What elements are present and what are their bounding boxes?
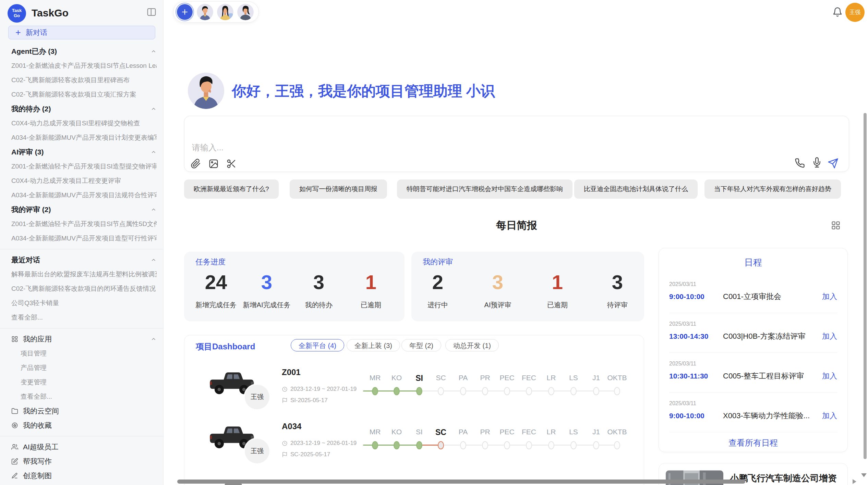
section-ai-review[interactable]: AI评审 (3) xyxy=(0,145,164,159)
agent-avatar-2[interactable] xyxy=(217,4,233,20)
chevron-up-icon[interactable] xyxy=(150,106,157,112)
my-cloud-space[interactable]: 我的云空间 xyxy=(0,404,164,418)
sidebar-item[interactable]: A034-全新新能源MUV产品开发项目计划变更表编写 xyxy=(0,130,164,145)
scroll-right-arrow-icon[interactable] xyxy=(853,479,856,484)
schedule-item[interactable]: 2025/03/11 10:30-11:30 C005-整车工程目标评审 加入 xyxy=(669,361,837,392)
suggestion-chip[interactable]: 欧洲新规最近颁布了什么? xyxy=(184,179,279,199)
schedule-item[interactable]: 2025/03/11 13:00-14:30 C003|H0B-方案冻结评审 加… xyxy=(669,321,837,352)
vertical-scrollbar[interactable] xyxy=(864,113,867,459)
milestone-dot-ls[interactable] xyxy=(570,387,577,395)
milestone-dot-mr[interactable] xyxy=(372,441,378,449)
agent-avatar-3[interactable] xyxy=(237,4,254,20)
recent-chat-item[interactable]: C02-飞腾新能源轻客改款项目的闭环通告反馈情况 xyxy=(0,282,164,296)
milestone-dot-fec[interactable] xyxy=(526,441,532,449)
section-my-apps[interactable]: 我的应用 xyxy=(0,332,164,346)
join-button[interactable]: 加入 xyxy=(822,331,837,341)
milestone-dot-lr[interactable] xyxy=(548,441,554,449)
tab-powertrain[interactable]: 动总开发 (1) xyxy=(445,339,499,351)
join-button[interactable]: 加入 xyxy=(822,291,837,302)
chevron-up-icon[interactable] xyxy=(150,48,157,54)
milestone-dot-ls[interactable] xyxy=(570,441,577,449)
chevron-up-icon[interactable] xyxy=(150,207,157,213)
sidebar-item[interactable]: C0X4-动力总成开发项目工程变更评审 xyxy=(0,174,164,188)
suggestion-chip[interactable]: 比亚迪全固态电池计划具体说了什么 xyxy=(574,179,698,199)
sidebar-item[interactable]: Z001-全新燃油轻卡产品开发项目SI造型提交物评审 xyxy=(0,159,164,174)
briefing-layout-icon[interactable] xyxy=(831,221,841,230)
recent-chat-item[interactable]: 公司Q3轻卡销量 xyxy=(0,296,164,310)
join-button[interactable]: 加入 xyxy=(822,411,837,421)
new-chat-button[interactable]: 新对话 xyxy=(8,26,155,39)
milestone-dot-j1[interactable] xyxy=(593,441,599,449)
app-item-project-mgmt[interactable]: 项目管理 xyxy=(0,346,164,361)
sidebar-item[interactable]: C02-飞腾新能源轻客改款项目立项汇报方案 xyxy=(0,87,164,102)
scroll-down-arrow-icon[interactable] xyxy=(861,473,867,477)
notification-bell-icon[interactable] xyxy=(832,7,843,17)
agent-avatar-1[interactable] xyxy=(197,4,213,20)
schedule-item[interactable]: 2025/03/11 9:00-10:00 C001-立项审批会 加入 xyxy=(669,281,837,313)
schedule-item[interactable]: 2025/03/11 9:00-10:00 X003-车辆动力学性能验... 加… xyxy=(669,400,837,432)
mic-icon[interactable] xyxy=(812,157,822,167)
help-me-write[interactable]: 帮我写作 xyxy=(0,454,164,469)
milestone-dot-ko[interactable] xyxy=(394,387,400,395)
milestone-dot-sc[interactable] xyxy=(438,387,444,395)
sidebar-list: Agent已办 (3) Z001-全新燃油皮卡产品开发项目SI节点Lesson … xyxy=(0,44,164,483)
tab-year-model[interactable]: 年型 (2) xyxy=(401,339,441,351)
section-agent-done[interactable]: Agent已办 (3) xyxy=(0,44,164,59)
view-all-apps[interactable]: 查看全部... xyxy=(0,389,164,404)
tab-new-body[interactable]: 全新上装 (3) xyxy=(347,339,400,351)
milestone-dot-oktb[interactable] xyxy=(614,441,620,449)
suggestion-chip[interactable]: 如何写一份清晰的项目周报 xyxy=(290,179,387,199)
section-my-review[interactable]: 我的评审 (2) xyxy=(0,202,164,217)
milestone-dot-pa[interactable] xyxy=(460,387,466,395)
send-icon[interactable] xyxy=(828,158,838,168)
horizontal-scrollbar[interactable] xyxy=(177,480,745,484)
chevron-up-icon[interactable] xyxy=(150,257,157,263)
milestone-dot-fec[interactable] xyxy=(526,387,532,395)
creative-drawing[interactable]: 创意制图 xyxy=(0,469,164,483)
chevron-up-icon[interactable] xyxy=(150,149,157,155)
sidebar-item[interactable]: Z001-全新燃油轻卡产品开发项目SI节点属性5D文件评审 xyxy=(0,217,164,231)
section-title: 我的应用 xyxy=(23,334,52,344)
section-recent-chats[interactable]: 最近对话 xyxy=(0,253,164,267)
suggestion-chip[interactable]: 当下年轻人对汽车外观有怎样的喜好趋势 xyxy=(704,179,841,199)
view-all-chats[interactable]: 查看全部... xyxy=(0,310,164,325)
milestone-dot-ko[interactable] xyxy=(394,441,400,449)
milestone-dot-pr[interactable] xyxy=(482,387,488,395)
my-favorites[interactable]: 我的收藏 xyxy=(0,418,164,433)
milestone-dot-pec[interactable] xyxy=(504,441,510,449)
milestone-dot-si[interactable] xyxy=(416,387,422,395)
sidebar-item[interactable]: A034-全新新能源MUV产品开发项目法规符合性评审 xyxy=(0,188,164,202)
milestone-dot-j1[interactable] xyxy=(593,387,599,395)
milestone-dot-pec[interactable] xyxy=(504,387,510,395)
view-all-schedule-link[interactable]: 查看所有日程 xyxy=(659,437,847,448)
sidebar-item[interactable]: C0X4-动力总成开发项目SI里程碑提交物检查 xyxy=(0,116,164,130)
image-icon[interactable] xyxy=(208,159,219,169)
user-avatar[interactable]: 王强 xyxy=(845,3,865,22)
milestone-dot-lr[interactable] xyxy=(548,387,554,395)
milestone-dot-sc[interactable] xyxy=(438,441,444,449)
scissors-icon[interactable] xyxy=(226,159,237,169)
add-agent-button[interactable] xyxy=(177,4,193,20)
sidebar-collapse-icon[interactable] xyxy=(146,7,157,17)
section-my-todo[interactable]: 我的待办 (2) xyxy=(0,102,164,116)
stat-label: 待评审 xyxy=(587,300,648,310)
app-item-product-mgmt[interactable]: 产品管理 xyxy=(0,361,164,375)
suggestion-chip[interactable]: 特朗普可能对进口汽车增税会对中国车企造成哪些影响 xyxy=(397,179,572,199)
milestone-dot-pa[interactable] xyxy=(460,441,466,449)
tab-all-new-platform[interactable]: 全新平台 (4) xyxy=(291,339,344,351)
phone-icon[interactable] xyxy=(795,158,805,168)
recent-chat-item[interactable]: 解释最新出台的欧盟报废车法规再生塑料比例被调至15%... xyxy=(0,267,164,282)
sidebar-item[interactable]: A034-全新新能源MUV产品开发项目造型可行性评审 xyxy=(0,231,164,246)
milestone-dot-oktb[interactable] xyxy=(614,387,620,395)
ai-super-staff[interactable]: AI超级员工 xyxy=(0,440,164,454)
join-button[interactable]: 加入 xyxy=(822,371,837,381)
sidebar-item[interactable]: Z001-全新燃油皮卡产品开发项目SI节点Lesson Learn报告 xyxy=(0,59,164,73)
milestone-dot-si[interactable] xyxy=(416,441,422,449)
attach-icon[interactable] xyxy=(191,159,201,169)
chevron-up-icon[interactable] xyxy=(150,336,157,342)
app-item-change-mgmt[interactable]: 变更管理 xyxy=(0,375,164,389)
sidebar-item[interactable]: C02-飞腾新能源轻客改款项目里程碑画布 xyxy=(0,73,164,87)
milestone-dot-mr[interactable] xyxy=(372,387,378,395)
chat-composer[interactable]: 请输入... xyxy=(184,116,849,172)
milestone-dot-pr[interactable] xyxy=(482,441,488,449)
